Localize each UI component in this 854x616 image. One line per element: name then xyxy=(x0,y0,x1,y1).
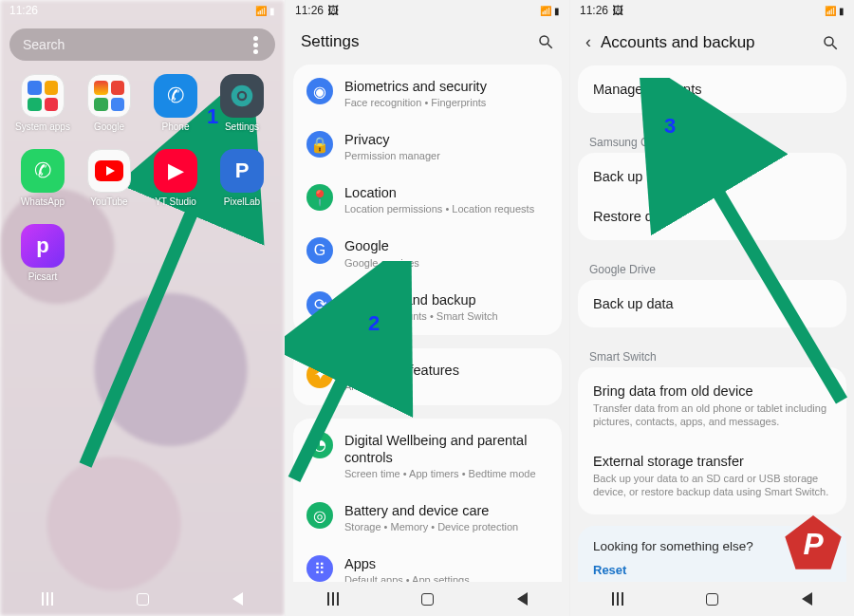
app-google-folder[interactable]: Google xyxy=(78,74,140,132)
settings-header: Settings xyxy=(286,21,569,65)
settings-item-advanced[interactable]: ✦ Advanced featuresAndroid Auto xyxy=(293,350,562,403)
nav-back[interactable] xyxy=(232,592,243,606)
app-settings[interactable]: Settings xyxy=(211,74,273,132)
status-bar: 11:26 📶 ▮ xyxy=(0,0,285,21)
svg-point-6 xyxy=(825,37,833,46)
row-manage-accounts[interactable]: Manage accounts xyxy=(578,69,846,109)
brand-pentagon-icon: P xyxy=(782,512,845,574)
svg-line-7 xyxy=(832,45,837,49)
page-title: Settings xyxy=(301,32,359,51)
section-header: Smart Switch xyxy=(570,339,854,367)
app-ytstudio[interactable]: ▶ YT Studio xyxy=(144,149,207,207)
row-backup-data[interactable]: Back up data xyxy=(578,157,846,196)
battery-icon: ◎ xyxy=(306,502,333,529)
svg-point-2 xyxy=(239,93,245,99)
screenshot-icon: 🖼 xyxy=(327,4,339,17)
wellbeing-icon: ◔ xyxy=(306,432,333,458)
row-bring-data[interactable]: Bring data from old device Transfer data… xyxy=(578,371,846,441)
nav-recents[interactable] xyxy=(327,592,339,606)
nav-bar xyxy=(570,582,854,616)
settings-item-google[interactable]: G GoogleGoogle services xyxy=(293,226,562,279)
settings-item-wellbeing[interactable]: ◔ Digital Wellbeing and parental control… xyxy=(293,420,562,491)
google-icon: G xyxy=(306,237,333,264)
settings-item-location[interactable]: 📍 LocationLocation permissions • Locatio… xyxy=(293,173,562,226)
settings-item-battery[interactable]: ◎ Battery and device careStorage • Memor… xyxy=(293,491,562,544)
app-whatsapp[interactable]: ✆ WhatsApp xyxy=(11,149,74,207)
nav-back[interactable] xyxy=(517,592,528,606)
nav-home[interactable] xyxy=(421,593,434,606)
status-bar: 11:26 🖼 📶 ▮ xyxy=(570,0,854,21)
panel-home: 11:26 📶 ▮ Search System apps Google ✆ Ph… xyxy=(0,0,285,616)
row-external-storage[interactable]: External storage transfer Back up your d… xyxy=(578,441,846,512)
app-system-apps[interactable]: System apps xyxy=(11,74,74,132)
nav-home[interactable] xyxy=(706,593,718,606)
back-icon[interactable]: ‹ xyxy=(585,32,591,52)
accounts-list[interactable]: Manage accounts Samsung Cloud Back up da… xyxy=(570,65,854,582)
settings-item-privacy[interactable]: 🔒 PrivacyPermission manager xyxy=(293,120,562,173)
app-pixellab[interactable]: P PixelLab xyxy=(211,149,273,207)
accounts-header: ‹ Accounts and backup xyxy=(570,21,854,65)
apps-icon: ⠿ xyxy=(306,555,333,582)
nav-bar xyxy=(286,582,569,616)
nav-bar xyxy=(0,582,285,616)
sync-icon: ⟳ xyxy=(306,291,333,318)
search-placeholder: Search xyxy=(23,37,65,52)
app-grid: System apps Google ✆ Phone Settings ✆ Wh… xyxy=(0,74,285,282)
lock-icon: 🔒 xyxy=(306,131,333,158)
settings-item-accounts[interactable]: ⟳ Accounts and backupManage accounts • S… xyxy=(293,280,562,333)
panel-settings: 11:26 🖼 📶 ▮ Settings ◉ Biometrics and se… xyxy=(285,0,569,616)
status-time: 11:26 xyxy=(9,4,38,17)
page-title: Accounts and backup xyxy=(601,33,755,52)
status-indicators: 📶 ▮ xyxy=(255,6,275,16)
location-icon: 📍 xyxy=(306,184,333,211)
svg-point-4 xyxy=(540,36,548,45)
settings-item-apps[interactable]: ⠿ AppsDefault apps • App settings xyxy=(293,544,562,582)
status-bar: 11:26 🖼 📶 ▮ xyxy=(286,0,569,21)
nav-back[interactable] xyxy=(802,592,812,606)
more-icon[interactable] xyxy=(253,43,258,47)
section-header: Google Drive xyxy=(570,252,854,280)
app-youtube[interactable]: YouTube xyxy=(78,149,140,207)
row-restore-data[interactable]: Restore data xyxy=(578,196,846,236)
nav-home[interactable] xyxy=(137,593,149,606)
app-picsart[interactable]: p Picsart xyxy=(11,224,74,282)
gear-icon xyxy=(228,82,256,110)
shield-icon: ◉ xyxy=(306,78,333,104)
nav-recents[interactable] xyxy=(42,592,53,606)
section-header: Samsung Cloud xyxy=(570,124,854,153)
advanced-icon: ✦ xyxy=(306,362,333,388)
app-phone[interactable]: ✆ Phone xyxy=(144,74,207,132)
search-bar[interactable]: Search xyxy=(9,28,275,61)
settings-item-biometrics[interactable]: ◉ Biometrics and securityFace recognitio… xyxy=(293,66,562,120)
nav-recents[interactable] xyxy=(612,592,623,606)
svg-line-5 xyxy=(548,44,552,48)
row-backup-data-drive[interactable]: Back up data xyxy=(578,284,846,324)
search-icon[interactable] xyxy=(537,33,554,50)
settings-list[interactable]: ◉ Biometrics and securityFace recognitio… xyxy=(286,65,569,582)
screenshot-icon: 🖼 xyxy=(612,4,623,17)
svg-text:P: P xyxy=(803,527,824,561)
search-icon[interactable] xyxy=(822,34,839,51)
